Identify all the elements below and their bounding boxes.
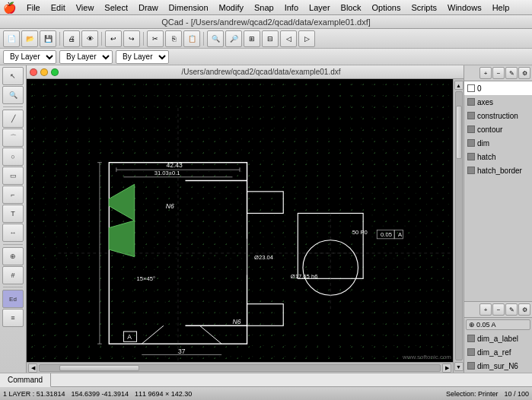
layer-settings-btn[interactable]: ⚙ [518, 67, 530, 79]
scroll-h-thumb[interactable] [59, 365, 139, 371]
layer-item-hatch-border[interactable]: hatch_border [464, 163, 532, 177]
color-select[interactable]: By Layer [59, 50, 113, 64]
toolbar-open[interactable]: 📂 [21, 30, 38, 47]
scroll-v-thumb[interactable] [456, 106, 462, 159]
tool-snap[interactable]: ⊕ [2, 247, 24, 265]
tool-grid[interactable]: # [2, 266, 24, 284]
toolbar-sep4 [203, 32, 204, 46]
toolbar-zoomout[interactable]: 🔎 [225, 30, 242, 47]
layer-name-0: 0 [477, 84, 482, 93]
canvas-inner: 42.43 31.03±0.1 37 15×45° [27, 79, 464, 373]
layer-name-dim-a-label: dim_a_label [477, 335, 518, 343]
linewidth-select[interactable]: By Layer [116, 50, 169, 64]
toolbar-zoom-next[interactable]: ▷ [298, 30, 315, 47]
layer-item-contour[interactable]: contour [464, 122, 532, 136]
toolbar-redo[interactable]: ↪ [123, 30, 140, 47]
tool-zoom[interactable]: 🔍 [2, 86, 24, 104]
layer-item-construction[interactable]: construction [464, 109, 532, 122]
scroll-h-track[interactable] [39, 364, 441, 372]
tool-prop[interactable]: ≡ [2, 309, 24, 327]
toolbar-print[interactable]: 🖨 [63, 30, 80, 47]
layer-item-dim-sur-n6[interactable]: dim_sur_N6 [464, 359, 532, 373]
toolbar-preview[interactable]: 👁 [81, 30, 98, 47]
window-maximize-btn[interactable] [51, 68, 59, 76]
toolbar-new[interactable]: 📄 [3, 30, 20, 47]
menu-windows[interactable]: Help [488, 0, 514, 15]
menu-options[interactable]: Scripts [406, 0, 441, 15]
scroll-right-btn[interactable]: ▶ [442, 363, 451, 373]
scroll-left-btn[interactable]: ◀ [28, 363, 37, 373]
canvas-titlebar: /Users/andrew/qcad2/qcad/data/example01.… [27, 65, 464, 79]
app-title: QCad - [/Users/andrew/qcad2/qcad/data/ex… [161, 17, 371, 27]
layer-del-btn[interactable]: − [492, 67, 505, 79]
menu-layer[interactable]: Block [336, 0, 366, 15]
horizontal-scrollbar[interactable]: ◀ ▶ [27, 362, 453, 373]
menu-view[interactable]: Select [100, 0, 132, 15]
vertical-scrollbar[interactable]: ▲ ▼ [453, 79, 464, 373]
toolbar-paste[interactable]: 📋 [183, 30, 200, 47]
menu-file[interactable]: Edit [46, 0, 70, 15]
window-minimize-btn[interactable] [40, 68, 48, 76]
menu-scripts[interactable]: Windows [443, 0, 486, 15]
drawing-area[interactable]: 42.43 31.03±0.1 37 15×45° [27, 79, 453, 362]
layer-toolbar-2: + − ✎ ⚙ [464, 302, 532, 318]
toolbar-save[interactable]: 💾 [40, 30, 56, 47]
layer-edit-btn[interactable]: ✎ [505, 67, 518, 79]
layer-select[interactable]: By Layer [3, 50, 56, 64]
apple-menu[interactable]: 🍎 [3, 2, 16, 14]
tool-line[interactable]: ╱ [2, 110, 24, 128]
drawing-svg: 42.43 31.03±0.1 37 15×45° [27, 79, 453, 362]
scroll-up-btn[interactable]: ▲ [454, 81, 464, 90]
toolbar-zoomin[interactable]: 🔍 [207, 30, 224, 47]
layer2-del-btn[interactable]: − [492, 303, 505, 316]
layer-item-0[interactable]: 0 [464, 81, 532, 95]
layer-add-btn[interactable]: + [479, 67, 492, 79]
menu-help[interactable] [515, 0, 524, 15]
toolbar-zoom-prev[interactable]: ◁ [280, 30, 297, 47]
menu-select[interactable]: Draw [134, 0, 163, 15]
svg-text:42.43: 42.43 [166, 161, 183, 169]
layer-item-dim-a-label[interactable]: dim_a_label [464, 332, 532, 345]
toolbar-undo[interactable]: ↩ [105, 30, 122, 47]
coord-display: ⊕ 0.05 A [466, 319, 530, 330]
dropdown-toolbar: By Layer By Layer By Layer [0, 49, 532, 65]
tool-poly[interactable]: ⌐ [2, 186, 24, 204]
menu-qcad[interactable]: File [22, 0, 45, 15]
layer2-add-btn[interactable]: + [479, 303, 492, 316]
command-tab[interactable]: Command [0, 373, 51, 387]
menu-edit[interactable]: View [72, 0, 99, 15]
tool-dim[interactable]: ↔ [2, 224, 24, 242]
coord-unit: A [492, 321, 496, 329]
toolbar-sep2 [101, 32, 102, 46]
tool-arc[interactable]: ⌒ [2, 129, 24, 147]
layer-item-dim-a-ref[interactable]: dim_a_ref [464, 345, 532, 359]
main-toolbar: 📄 📂 💾 🖨 👁 ↩ ↪ ✂ ⎘ 📋 🔍 🔎 ⊞ ⊟ ◁ ▷ [0, 29, 532, 49]
left-toolbar: ↖ 🔍 ╱ ⌒ ○ ▭ ⌐ T ↔ ⊕ # Ed ≡ [0, 65, 27, 373]
tool-circle[interactable]: ○ [2, 148, 24, 166]
toolbar-zoomfit[interactable]: ⊞ [244, 30, 260, 47]
menu-modify[interactable]: Snap [250, 0, 279, 15]
layer-item-hatch[interactable]: hatch [464, 150, 532, 163]
tool-edit[interactable]: Ed [2, 290, 24, 308]
layer-name-dim: dim [477, 139, 489, 148]
scroll-down-btn[interactable]: ▼ [454, 362, 464, 371]
menu-block[interactable]: Options [367, 0, 405, 15]
layer-item-axes[interactable]: axes [464, 95, 532, 109]
menu-snap[interactable]: Info [280, 0, 303, 15]
layer-name-hatch-border: hatch_border [477, 167, 522, 175]
toolbar-copy[interactable]: ⎘ [165, 30, 182, 47]
toolbar-zoomextent[interactable]: ⊟ [262, 30, 279, 47]
toolbar-cut[interactable]: ✂ [147, 30, 164, 47]
status-bar: 1 LAYER : 51.31814 154.6399 -41.3914 111… [0, 386, 532, 400]
menu-info[interactable]: Layer [304, 0, 335, 15]
tool-text[interactable]: T [2, 205, 24, 223]
layer2-edit-btn[interactable]: ✎ [505, 303, 518, 316]
menu-dimension[interactable]: Modify [215, 0, 248, 15]
tool-rect[interactable]: ▭ [2, 167, 24, 185]
layer2-settings-btn[interactable]: ⚙ [518, 303, 530, 316]
menu-draw[interactable]: Dimension [164, 0, 213, 15]
window-close-btn[interactable] [30, 68, 37, 76]
layer-item-dim[interactable]: dim [464, 136, 532, 150]
scroll-v-track[interactable] [455, 91, 463, 360]
tool-select[interactable]: ↖ [2, 67, 24, 85]
